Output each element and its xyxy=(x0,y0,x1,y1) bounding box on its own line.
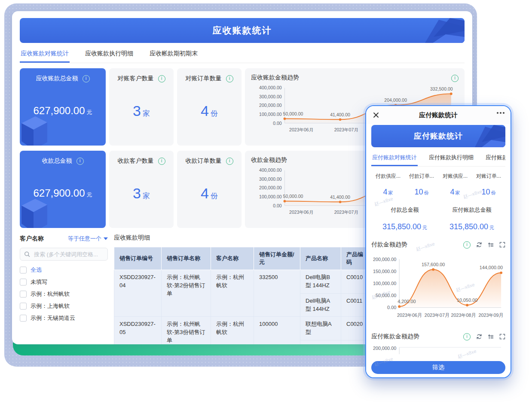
svg-text:50,000.00: 50,000.00 xyxy=(283,111,303,116)
filter-operator-dropdown[interactable]: 等于任意一个 xyxy=(68,235,108,243)
refresh-icon[interactable] xyxy=(476,242,482,248)
filter-field-label: 客户名称 xyxy=(20,235,44,243)
svg-text:157,600.00: 157,600.00 xyxy=(422,262,445,267)
checkbox[interactable] xyxy=(20,315,27,322)
checkbox[interactable] xyxy=(20,303,27,310)
checkbox[interactable] xyxy=(20,291,27,298)
stat-card-collection-total: 收款总金额i 627,900.00元 xyxy=(20,151,106,228)
svg-text:100,000.00: 100,000.00 xyxy=(259,194,282,199)
stat-value: 4份 xyxy=(177,103,242,119)
info-icon[interactable]: i xyxy=(76,158,84,165)
panel-total-0: 付款总金额315,850.00元 xyxy=(371,206,438,231)
search-icon xyxy=(24,251,30,257)
panel-stat-2: 对账供应...4家 xyxy=(438,173,472,197)
customer-search-box[interactable] xyxy=(20,248,108,261)
info-icon[interactable]: i xyxy=(226,158,233,165)
stat-value: 4份 xyxy=(177,185,242,202)
product-name-cell: Dell电脑A型 144HZ xyxy=(300,293,341,317)
svg-text:2023年07月: 2023年07月 xyxy=(334,127,358,132)
payable-panel: 应付账款统计 应付账款统计 应付账款对账统计应付账款执行明细应付账款期初期末 付… xyxy=(365,105,511,378)
info-icon[interactable]: i xyxy=(158,75,165,82)
panel-totals: 付款总金额315,850.00元应付账款总金额315,850.00元 xyxy=(371,206,505,231)
filter-button[interactable]: 筛选 xyxy=(371,361,505,374)
tab-payable-2[interactable]: 应付账款期初期末 xyxy=(485,154,505,166)
stat-label: 对账订单数量 xyxy=(186,75,222,82)
total-label: 付款总金额 xyxy=(371,206,438,214)
fullscreen-icon[interactable] xyxy=(499,242,505,248)
stat-value: 3家 xyxy=(109,103,174,119)
info-icon[interactable]: i xyxy=(158,158,165,165)
info-icon[interactable]: i xyxy=(463,333,471,340)
chart-title: 应付账款金额趋势 xyxy=(371,333,463,340)
banner-decoration xyxy=(465,125,505,147)
filter-option-4[interactable]: 示例：无锡简道云 xyxy=(20,312,108,324)
svg-text:300,000.00: 300,000.00 xyxy=(259,176,282,182)
product-name-cell: 联想电脑A型 xyxy=(300,317,341,340)
panel-total-1: 应付账款总金额315,850.00元 xyxy=(438,206,505,231)
tab-payable-0[interactable]: 应付账款对账统计 xyxy=(371,154,418,166)
stat-value: 4家 xyxy=(438,188,472,197)
close-icon[interactable] xyxy=(372,111,380,119)
dimension-switch-icon[interactable] xyxy=(488,242,494,248)
refresh-icon[interactable] xyxy=(476,334,482,340)
cube-decoration xyxy=(20,111,52,146)
svg-text:400,000.00: 400,000.00 xyxy=(259,85,282,90)
svg-text:41,400.00: 41,400.00 xyxy=(330,112,350,117)
svg-text:50,000.00: 50,000.00 xyxy=(283,194,303,199)
column-header: 销售订单名称 xyxy=(162,247,211,270)
filter-option-1[interactable]: 未填写 xyxy=(20,276,108,288)
stat-label: 收款总金额 xyxy=(42,157,72,165)
info-icon[interactable]: i xyxy=(451,75,459,82)
svg-text:2023年07月: 2023年07月 xyxy=(425,313,449,318)
stat-label: 对账客户数量 xyxy=(118,75,154,82)
svg-text:41,400.00: 41,400.00 xyxy=(330,194,350,200)
svg-text:2023年08月: 2023年08月 xyxy=(451,313,476,318)
filter-option-3[interactable]: 示例：上海帆软 xyxy=(20,300,108,312)
svg-text:50,000.00: 50,000.00 xyxy=(376,293,396,298)
column-header: 销售订单编号 xyxy=(114,247,162,270)
more-options-icon[interactable] xyxy=(497,112,504,114)
info-icon[interactable]: i xyxy=(83,75,90,82)
tab-receivable-1[interactable]: 应收账款执行明细 xyxy=(84,50,134,63)
info-icon[interactable]: i xyxy=(463,241,471,249)
table-cell: 示例：杭州帆软 xyxy=(211,270,254,317)
column-header: 客户名称 xyxy=(211,247,254,270)
stat-label: 对账供应... xyxy=(438,173,472,180)
panel-tabs: 应付账款对账统计应付账款执行明细应付账款期初期末 xyxy=(371,149,505,167)
chart-title: 付款金额趋势 xyxy=(371,241,463,249)
filter-option-2[interactable]: 示例：杭州帆软 xyxy=(20,288,108,300)
table-row: XSDD230927-04示例：杭州帆软-第2份销售订单示例：杭州帆软33250… xyxy=(114,270,373,294)
payable-trend-block: 应付账款金额趋势 i 200,000.00 xyxy=(371,333,505,354)
svg-text:144,000.00: 144,000.00 xyxy=(480,265,503,270)
tab-payable-1[interactable]: 应付账款执行明细 xyxy=(428,154,474,166)
filter-option-0[interactable]: 全选 xyxy=(20,264,108,276)
checkbox[interactable] xyxy=(20,267,27,273)
panel-body: 应付账款统计 应付账款对账统计应付账款执行明细应付账款期初期末 付款供应...4… xyxy=(366,125,511,354)
total-value: 315,850.00元 xyxy=(371,222,438,231)
svg-text:200,000.00: 200,000.00 xyxy=(373,346,396,351)
stat-value: 4家 xyxy=(371,188,405,197)
svg-text:332,500.00: 332,500.00 xyxy=(430,86,453,91)
search-input[interactable] xyxy=(33,251,99,258)
tab-receivable-2[interactable]: 应收帐款期初期末 xyxy=(149,50,199,63)
panel-titlebar: 应付账款统计 xyxy=(366,106,511,124)
svg-text:2023年06月: 2023年06月 xyxy=(289,127,313,132)
table-cell: 100000 xyxy=(254,317,300,344)
customer-filter: 客户名称 等于任意一个 全选未填写示例：杭州帆软示例：上海帆软示例：无锡简道云 xyxy=(20,234,108,344)
column-header: 销售订单金额/元 xyxy=(254,247,300,270)
dimension-switch-icon[interactable] xyxy=(488,334,494,340)
fullscreen-icon[interactable] xyxy=(499,334,505,340)
table-cell: XSDD230927-05 xyxy=(114,317,162,344)
info-icon[interactable]: i xyxy=(226,75,233,82)
table-cell: 示例：杭州帆软-第2份销售订单 xyxy=(162,270,211,317)
stat-label: 付款供应... xyxy=(371,173,405,180)
checkbox[interactable] xyxy=(20,279,27,286)
svg-text:300,000.00: 300,000.00 xyxy=(259,94,282,99)
stat-label: 付款订单... xyxy=(405,173,438,180)
tab-receivable-0[interactable]: 应收账款对账统计 xyxy=(20,50,70,63)
panel-footer: 筛选 xyxy=(366,358,511,377)
stat-label: 应收账款总金额 xyxy=(36,75,78,82)
svg-text:10,050.00: 10,050.00 xyxy=(457,298,477,303)
svg-text:200,000.00: 200,000.00 xyxy=(373,257,396,262)
svg-text:204,000.00: 204,000.00 xyxy=(384,97,407,103)
